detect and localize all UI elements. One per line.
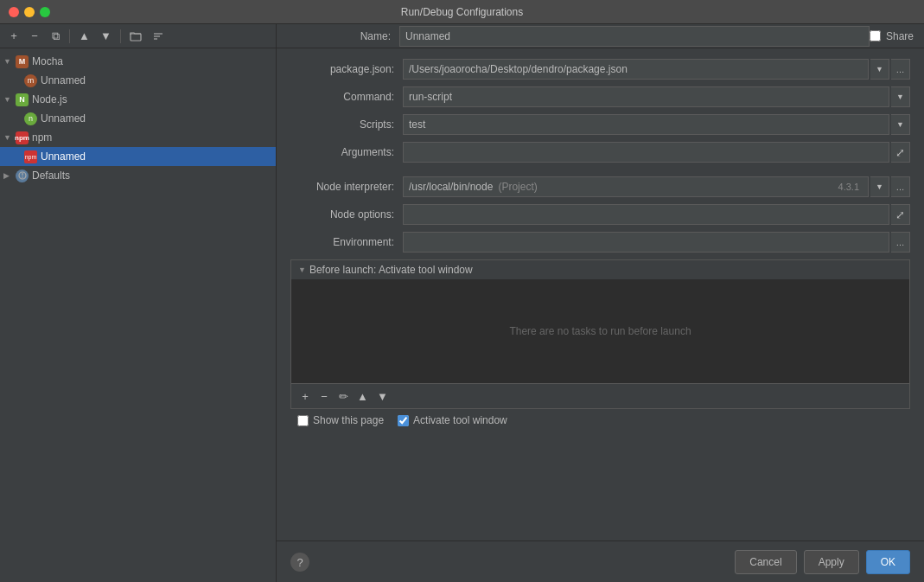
node-interpreter-project-tag: (Project) bbox=[498, 181, 537, 193]
npm-group-label: npm bbox=[32, 131, 52, 144]
cancel-button[interactable]: Cancel bbox=[735, 550, 796, 574]
name-row: Name: bbox=[287, 26, 870, 47]
environment-row: Environment: … bbox=[290, 232, 910, 253]
sort-button[interactable] bbox=[149, 28, 168, 45]
node-options-input-container: ⤢ bbox=[403, 204, 910, 225]
maximize-button[interactable] bbox=[40, 7, 50, 17]
ok-button[interactable]: OK bbox=[866, 550, 910, 574]
bottom-bar: ? Cancel Apply OK bbox=[277, 540, 924, 582]
window-controls bbox=[9, 7, 50, 17]
config-header: Name: Share bbox=[277, 24, 924, 48]
move-up-button[interactable]: ▲ bbox=[75, 28, 93, 45]
form-area: package.json: ▼ … Command: ▼ Scripts: bbox=[277, 48, 924, 540]
tree-item-npm-group[interactable]: ▼ npm npm bbox=[0, 128, 276, 147]
arguments-expand[interactable]: ⤢ bbox=[891, 142, 910, 163]
package-json-more[interactable]: … bbox=[891, 59, 910, 80]
copy-config-button[interactable]: ⧉ bbox=[47, 28, 64, 45]
tree-item-defaults[interactable]: ▶ Defaults bbox=[0, 166, 276, 185]
node-interpreter-path: /usr/local/bin/node bbox=[409, 181, 493, 193]
scripts-input[interactable] bbox=[403, 114, 889, 135]
help-button[interactable]: ? bbox=[290, 553, 309, 572]
defaults-icon bbox=[16, 169, 29, 182]
node-options-label: Node options: bbox=[290, 208, 403, 221]
sidebar-tree: ▼ M Mocha m Unnamed ▼ N Node.js n Unname… bbox=[0, 48, 276, 582]
name-input[interactable] bbox=[399, 26, 870, 47]
tree-item-nodejs-group[interactable]: ▼ N Node.js bbox=[0, 90, 276, 109]
node-interpreter-row: Node interpreter: /usr/local/bin/node (P… bbox=[290, 176, 910, 197]
arguments-row: Arguments: ⤢ bbox=[290, 142, 910, 163]
activate-tool-window-option: Activate tool window bbox=[398, 414, 507, 426]
scripts-input-container: ▼ bbox=[403, 114, 910, 135]
move-down-button[interactable]: ▼ bbox=[97, 28, 115, 45]
section-divider-1 bbox=[290, 169, 910, 176]
mocha-group-label: Mocha bbox=[32, 55, 63, 67]
folder-icon bbox=[130, 30, 142, 42]
arguments-input-container: ⤢ bbox=[403, 142, 910, 163]
before-launch-up-btn[interactable]: ▲ bbox=[354, 387, 372, 405]
nodejs-group-icon: N bbox=[16, 93, 29, 106]
tree-arrow-nodejs: ▼ bbox=[3, 95, 16, 104]
package-json-label: package.json: bbox=[290, 63, 403, 75]
package-json-input[interactable] bbox=[403, 59, 869, 80]
svg-point-6 bbox=[22, 176, 23, 178]
scripts-label: Scripts: bbox=[290, 118, 403, 131]
package-json-row: package.json: ▼ … bbox=[290, 59, 910, 80]
command-input[interactable] bbox=[403, 86, 889, 107]
add-config-button[interactable]: + bbox=[5, 28, 22, 45]
nodejs-group-label: Node.js bbox=[32, 93, 67, 106]
tree-item-npm-unnamed[interactable]: npm Unnamed bbox=[0, 147, 276, 166]
sidebar-toolbar: + − ⧉ ▲ ▼ bbox=[0, 24, 276, 48]
toolbar-separator-2 bbox=[120, 29, 121, 43]
scripts-dropdown[interactable]: ▼ bbox=[891, 114, 910, 135]
sidebar: + − ⧉ ▲ ▼ bbox=[0, 24, 277, 582]
node-options-row: Node options: ⤢ bbox=[290, 204, 910, 225]
no-tasks-message: There are no tasks to run before launch bbox=[509, 325, 691, 337]
minimize-button[interactable] bbox=[24, 7, 35, 17]
node-options-expand[interactable]: ⤢ bbox=[891, 204, 910, 225]
svg-rect-0 bbox=[131, 34, 141, 41]
scripts-row: Scripts: ▼ bbox=[290, 114, 910, 135]
arguments-label: Arguments: bbox=[290, 146, 403, 158]
node-interpreter-version: 4.3.1 bbox=[838, 182, 859, 192]
node-options-input[interactable] bbox=[403, 204, 889, 225]
before-launch-remove-btn[interactable]: − bbox=[315, 387, 333, 405]
npm-group-icon: npm bbox=[16, 131, 29, 144]
node-interpreter-dropdown[interactable]: ▼ bbox=[870, 176, 889, 197]
tree-item-mocha-unnamed[interactable]: m Unnamed bbox=[0, 71, 276, 90]
node-interpreter-more[interactable]: … bbox=[891, 176, 910, 197]
tree-arrow-npm: ▼ bbox=[3, 133, 16, 142]
tree-item-nodejs-unnamed[interactable]: n Unnamed bbox=[0, 109, 276, 128]
share-label: Share bbox=[886, 30, 914, 42]
show-this-page-checkbox[interactable] bbox=[297, 415, 309, 426]
toolbar-separator-1 bbox=[69, 29, 70, 43]
environment-label: Environment: bbox=[290, 236, 403, 248]
arguments-input[interactable] bbox=[403, 142, 889, 163]
command-input-container: ▼ bbox=[403, 86, 910, 107]
before-launch-header[interactable]: ▼ Before launch: Activate tool window bbox=[291, 260, 909, 279]
tree-arrow-defaults: ▶ bbox=[3, 171, 16, 180]
mocha-unnamed-label: Unnamed bbox=[41, 74, 86, 86]
sort-icon bbox=[152, 30, 164, 42]
before-launch-add-btn[interactable]: + bbox=[296, 387, 314, 405]
before-launch-edit-btn[interactable]: ✏ bbox=[335, 387, 352, 405]
share-checkbox[interactable] bbox=[870, 30, 881, 42]
node-interpreter-label: Node interpreter: bbox=[290, 181, 403, 193]
command-label: Command: bbox=[290, 91, 403, 103]
npm-unnamed-icon: npm bbox=[24, 150, 37, 163]
share-section: Share bbox=[870, 30, 914, 42]
package-json-input-container: ▼ … bbox=[403, 59, 910, 80]
remove-config-button[interactable]: − bbox=[26, 28, 43, 45]
apply-button[interactable]: Apply bbox=[804, 550, 859, 574]
before-launch-down-btn[interactable]: ▼ bbox=[373, 387, 392, 405]
show-this-page-option: Show this page bbox=[297, 414, 384, 426]
command-dropdown[interactable]: ▼ bbox=[891, 86, 910, 107]
tree-arrow-mocha: ▼ bbox=[3, 57, 16, 66]
tree-item-mocha-group[interactable]: ▼ M Mocha bbox=[0, 52, 276, 71]
folder-button[interactable] bbox=[126, 28, 145, 45]
environment-more[interactable]: … bbox=[891, 232, 910, 253]
package-json-dropdown[interactable]: ▼ bbox=[870, 59, 889, 80]
name-label: Name: bbox=[287, 30, 399, 42]
activate-tool-window-checkbox[interactable] bbox=[398, 415, 409, 426]
environment-input[interactable] bbox=[403, 232, 889, 253]
close-button[interactable] bbox=[9, 7, 19, 17]
